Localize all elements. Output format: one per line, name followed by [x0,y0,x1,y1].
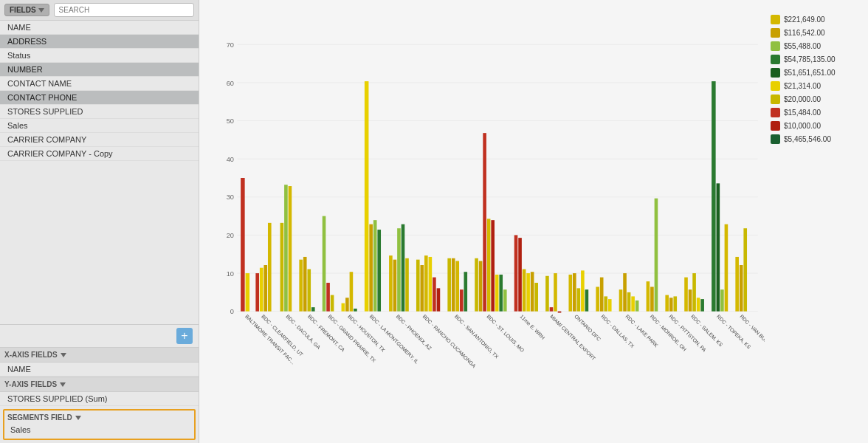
legend-color-6 [771,95,780,104]
yaxis-header: Y-AXIS FIELDS [0,377,199,392]
bar-group-8 [416,255,440,312]
svg-rect-87 [636,301,639,312]
bar-group-3 [299,257,314,312]
add-btn-row: + [0,324,199,347]
svg-rect-97 [697,298,700,311]
legend-item-4: $51,651,651.00 [771,68,862,78]
svg-text:RDC - PITTSTON, PA: RDC - PITTSTON, PA [668,314,707,353]
svg-text:30: 30 [227,193,234,201]
xaxis-dropdown-icon [61,353,66,357]
svg-rect-67 [526,273,530,312]
segments-value[interactable]: Sales [7,424,191,436]
svg-rect-73 [558,312,562,313]
svg-rect-43 [402,224,405,312]
fields-button[interactable]: FIELDS [4,4,49,16]
svg-rect-98 [700,299,704,312]
legend-color-2 [771,41,780,51]
svg-rect-93 [673,296,677,311]
fields-label: FIELDS [10,6,36,14]
svg-rect-62 [499,275,503,312]
legend-item-5: $21,314.00 [771,81,862,91]
svg-rect-81 [604,296,607,311]
svg-rect-84 [623,273,627,312]
svg-rect-66 [523,269,526,312]
svg-text:BDC - FREMONT, CA: BDC - FREMONT, CA [307,314,346,353]
legend-label-3: $54,785,135.00 [784,55,836,63]
field-carrier-company[interactable]: CARRIER COMPANY [0,133,199,147]
field-stores-supplied[interactable]: STORES SUPPLIED [0,105,199,119]
chart-container: 0 10 20 30 40 50 60 70 [207,7,765,436]
svg-rect-37 [369,224,373,312]
field-contact-phone[interactable]: CONTACT PHONE [0,91,199,105]
bar-group-6 [365,81,381,312]
field-carrier-company-copy[interactable]: CARRIER COMPANY - Copy [0,147,199,161]
field-number[interactable]: NUMBER [0,63,199,77]
svg-text:ONTARIO DFC: ONTARIO DFC [574,314,602,342]
bar-group-7 [389,224,409,312]
svg-text:50: 50 [227,117,234,125]
legend-color-3 [771,55,780,64]
legend-color-7 [771,108,780,117]
svg-rect-16 [241,178,245,312]
svg-rect-45 [416,260,420,312]
bar-chart: 0 10 20 30 40 50 60 70 [207,7,765,436]
svg-rect-44 [405,258,409,312]
svg-rect-36 [365,81,369,312]
legend-label-7: $15,484.00 [784,109,821,117]
svg-rect-22 [280,223,284,312]
field-list: NAME ADDRESS Status NUMBER CONTACT NAME … [0,21,199,324]
legend-color-1 [771,28,780,38]
svg-rect-89 [650,287,654,312]
svg-rect-56 [475,258,478,312]
bar-group-2 [280,185,292,311]
svg-rect-42 [397,228,401,311]
bar-group-13 [568,270,588,311]
svg-rect-99 [712,81,716,312]
svg-rect-46 [420,265,424,312]
svg-rect-71 [550,307,554,312]
yaxis-label: Y-AXIS FIELDS [4,380,57,388]
svg-rect-88 [647,281,650,312]
legend-color-5 [771,81,780,91]
svg-rect-95 [689,289,692,312]
field-sales[interactable]: Sales [0,119,199,133]
svg-rect-96 [692,273,696,312]
yaxis-dropdown-icon [60,382,66,387]
legend-item-6: $20,000.00 [771,95,862,104]
search-input[interactable] [54,3,194,17]
bar-group-18 [684,273,704,312]
svg-rect-65 [518,238,522,312]
field-name[interactable]: NAME [0,21,199,35]
field-address[interactable]: ADDRESS [0,35,199,49]
legend-label-4: $51,651,651.00 [784,69,836,77]
svg-text:0: 0 [230,308,234,315]
svg-rect-47 [424,255,428,312]
svg-rect-64 [514,235,518,311]
svg-rect-39 [377,230,381,312]
svg-rect-79 [596,287,599,312]
yaxis-field[interactable]: STORES SUPPLIED (Sum) [0,392,199,406]
xaxis-field[interactable]: NAME [0,363,199,377]
svg-rect-82 [608,299,612,312]
svg-text:70: 70 [227,41,234,49]
svg-rect-20 [264,265,267,312]
svg-rect-21 [268,223,272,312]
svg-rect-17 [246,273,250,312]
xaxis-header: X-AXIS FIELDS [0,347,199,363]
bar-group-19 [712,81,728,312]
legend-item-0: $221,649.00 [771,15,862,24]
field-status[interactable]: Status [0,49,199,63]
svg-rect-90 [655,199,658,312]
add-field-button[interactable]: + [176,328,193,344]
legend-label-1: $116,542.00 [784,29,825,37]
svg-rect-49 [433,278,436,312]
svg-rect-104 [740,265,743,312]
svg-rect-18 [255,273,259,312]
svg-rect-105 [743,228,747,311]
svg-rect-29 [323,216,326,312]
svg-rect-63 [503,289,507,312]
svg-text:10: 10 [227,270,234,278]
legend-color-0 [771,15,780,24]
bar-group-0 [241,178,249,312]
field-contact-name[interactable]: CONTACT NAME [0,77,199,91]
